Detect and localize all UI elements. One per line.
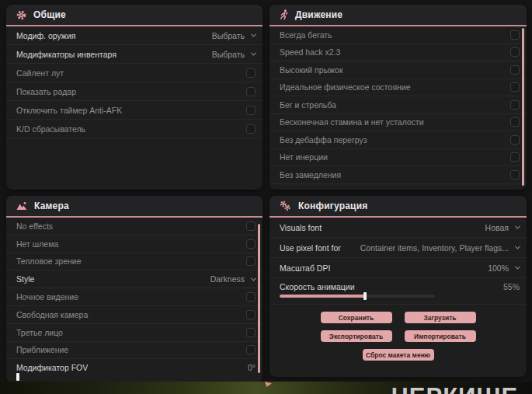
kd-resetter-checkbox[interactable] [246, 124, 256, 134]
row-label: Показать радар [16, 87, 76, 96]
panel-config-header: Конфигурация [269, 196, 527, 218]
silent-loot-checkbox[interactable] [246, 68, 256, 78]
load-button[interactable]: Загрузить [405, 312, 476, 323]
row-no-effects: No effects [6, 218, 263, 235]
row-label: Бег и стрельба [280, 100, 336, 110]
row-perfect-physical-condition: Идеальное физическое состояние [269, 79, 527, 97]
chevron-down-icon [251, 275, 256, 281]
row-label: Сайлент лут [16, 68, 64, 78]
no-slowdown-checkbox[interactable] [510, 170, 520, 180]
inventory-mods-dropdown[interactable]: Выбрать [212, 50, 256, 59]
weapon-mods-dropdown[interactable]: Выбрать [212, 31, 256, 40]
panel-general: Общие Модиф. оружияВыбратьМодификаторы и… [6, 5, 263, 190]
row-label: Высокий прыжок [280, 65, 343, 75]
chevron-down-icon [251, 51, 256, 56]
row-label: Ночное видение [16, 292, 78, 302]
row-fov-modifier: Модификатор FOV0° [6, 359, 263, 382]
save-button[interactable]: Сохранить [321, 312, 392, 323]
chevron-down-icon [515, 264, 520, 270]
row-label: Нет шлема [16, 239, 58, 249]
button-row: ЭкспортироватьИмпортировать [269, 330, 527, 342]
no-inertia-checkbox[interactable] [510, 152, 520, 162]
row-run-and-shoot: Бег и стрельба [269, 96, 527, 114]
disable-anti-afk-timer-checkbox[interactable] [246, 106, 256, 115]
row-label: Нет инерции [280, 152, 328, 162]
row-label: Модификатор FOV [16, 363, 88, 372]
panel-title: Конфигурация [298, 200, 367, 211]
perfect-physical-condition-checkbox[interactable] [510, 82, 520, 92]
panel-config: Конфигурация Visuals fontНоваяUse pixel … [269, 196, 527, 377]
gear-icon [16, 10, 26, 20]
row-disable-anti-afk-timer: Отключить таймер Anti-AFK [6, 101, 263, 120]
row-infinite-stamina: Бесконечная стамина и нет усталости [269, 114, 527, 132]
dropdown-value: Новая [485, 223, 509, 232]
thermal-vision-checkbox[interactable] [246, 256, 256, 266]
row-no-helmet: Нет шлема [6, 235, 263, 253]
row-speed-hack: Speed hack x2.3 [269, 44, 527, 62]
fov-modifier-slider[interactable] [16, 375, 172, 378]
show-radar-checkbox[interactable] [246, 87, 256, 96]
panel-config-rows: Visuals fontНоваяUse pixel font forConta… [269, 218, 527, 305]
chevron-down-icon [515, 224, 520, 229]
reset-menu-layout-button[interactable]: Сброс макета меню [363, 349, 434, 361]
slider-value: 0° [248, 363, 256, 372]
no-helmet-checkbox[interactable] [246, 239, 256, 249]
no-effects-checkbox[interactable] [246, 221, 256, 231]
row-label: Без дебаффа перегруз [280, 135, 367, 145]
row-silent-loot: Сайлент лут [6, 64, 263, 82]
style-dropdown[interactable]: Darkness [210, 274, 256, 284]
row-high-jump: Высокий прыжок [269, 61, 527, 79]
infinite-stamina-checkbox[interactable] [510, 117, 520, 127]
row-no-overload-debuff: Без дебаффа перегруз [269, 131, 527, 149]
no-overload-debuff-checkbox[interactable] [510, 135, 520, 145]
row-pixel-font-for: Use pixel font forContainer items, Inven… [269, 238, 527, 258]
panel-title: Общие [33, 9, 66, 20]
visuals-font-dropdown[interactable]: Новая [485, 223, 520, 232]
zoom-checkbox[interactable] [246, 345, 256, 354]
import-button[interactable]: Импортировать [405, 330, 476, 342]
row-label: K/D сбрасыватель [16, 124, 85, 134]
image-icon [16, 201, 27, 211]
row-label: Без замедления [280, 170, 341, 180]
panel-general-header: Общие [6, 5, 263, 26]
dropdown-value: 100% [488, 263, 509, 273]
row-visuals-font: Visuals fontНовая [269, 218, 527, 238]
mod-menu-screen: { "colors": { "accent_pink": "#d89a9c", … [0, 0, 532, 394]
row-style: StyleDarkness [6, 270, 263, 288]
movement-scrollbar[interactable] [522, 28, 524, 186]
slider-value: 55% [503, 282, 520, 291]
row-label: Модиф. оружия [16, 31, 75, 40]
night-vision-checkbox[interactable] [246, 292, 256, 302]
panel-camera: Камера No effectsНет шлемаТепловое зрени… [6, 196, 263, 382]
runner-icon [280, 9, 288, 20]
dropdown-value: Выбрать [212, 31, 245, 40]
always-run-checkbox[interactable] [510, 30, 520, 40]
row-label: Use pixel font for [280, 243, 341, 253]
button-row: Сброс макета меню [269, 349, 527, 361]
slider-handle[interactable] [16, 373, 19, 381]
animation-speed-slider[interactable] [280, 295, 435, 298]
speed-hack-checkbox[interactable] [510, 47, 520, 57]
free-camera-checkbox[interactable] [246, 310, 256, 319]
panel-movement: Движение Всегда бегатьSpeed hack x2.3Выс… [269, 5, 527, 190]
row-always-run: Всегда бегать [269, 26, 527, 44]
config-buttons: СохранитьЗагрузитьЭкспортироватьИмпортир… [269, 312, 527, 361]
high-jump-checkbox[interactable] [510, 65, 520, 75]
camera-scrollbar[interactable] [258, 224, 260, 373]
panel-camera-rows: No effectsНет шлемаТепловое зрениеStyleD… [6, 218, 263, 382]
row-third-person: Третье лицо [6, 324, 263, 342]
row-label: Идеальное физическое состояние [280, 82, 411, 92]
dpi-scale-dropdown[interactable]: 100% [488, 263, 520, 273]
third-person-checkbox[interactable] [246, 328, 256, 337]
row-dpi-scale: Масштаб DPI100% [269, 258, 527, 278]
row-label: Масштаб DPI [280, 263, 330, 273]
dropdown-value: Container items, Inventory, Player flags… [360, 243, 509, 253]
run-and-shoot-checkbox[interactable] [510, 100, 520, 110]
button-row: СохранитьЗагрузить [269, 312, 527, 323]
gears-icon [280, 200, 291, 211]
row-label: Модификаторы инвентаря [16, 50, 116, 59]
slider-handle[interactable] [363, 292, 367, 300]
panel-camera-header: Камера [6, 196, 263, 218]
pixel-font-for-dropdown[interactable]: Container items, Inventory, Player flags… [360, 243, 520, 253]
export-button[interactable]: Экспортировать [321, 330, 392, 342]
